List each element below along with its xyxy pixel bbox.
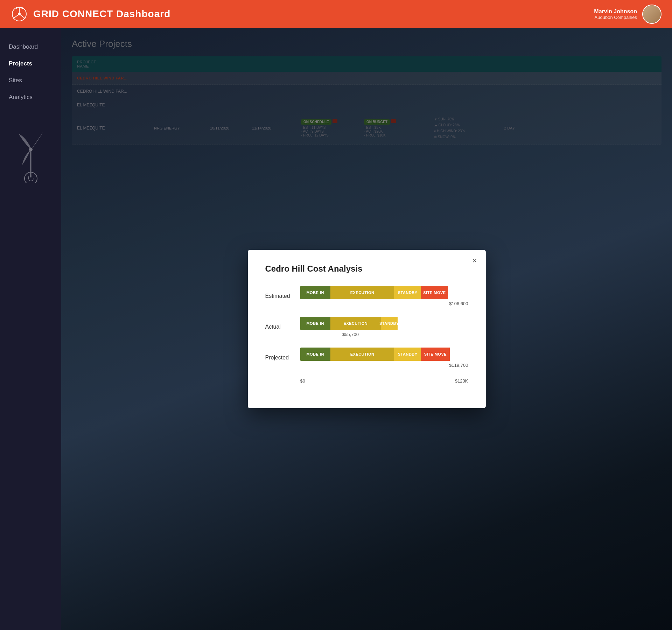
content-area: Active Projects PROJECTNAME CEDRO HILL W…: [61, 28, 672, 630]
segment-standby-actual: STANDBY: [381, 317, 398, 330]
user-info: Marvin Johnson Audubon Companies: [594, 8, 637, 20]
cost-analysis-modal: Cedro Hill Cost Analysis × Estimated MOB…: [248, 250, 486, 408]
modal-title: Cedro Hill Cost Analysis: [265, 264, 468, 274]
bar-area-projected: MOBE IN EXECUTION STANDBY SITE MOVE $119…: [300, 348, 468, 368]
bar-total-actual: $55,700: [300, 332, 401, 337]
header-left: GRID CONNECT Dashboard: [10, 5, 170, 23]
header: GRID CONNECT Dashboard Marvin Johnson Au…: [0, 0, 672, 28]
segment-mobein-actual: MOBE IN: [300, 317, 330, 330]
sidebar-item-dashboard[interactable]: Dashboard: [0, 38, 61, 55]
svg-point-4: [18, 13, 21, 15]
segment-mobein-projected: MOBE IN: [300, 348, 330, 361]
segment-sitemove-estimated: SITE MOVE: [421, 286, 448, 299]
segment-execution-projected: EXECUTION: [330, 348, 394, 361]
x-axis: $0 $120K: [300, 378, 468, 384]
user-name: Marvin Johnson: [594, 8, 637, 15]
svg-point-10: [30, 175, 31, 177]
cost-chart: Estimated MOBE IN EXECUTION STANDBY SITE…: [265, 286, 468, 394]
chart-label-actual: Actual: [265, 324, 300, 330]
avatar: [642, 5, 662, 24]
sidebar-item-sites[interactable]: Sites: [0, 72, 61, 89]
segment-standby-projected: STANDBY: [394, 348, 421, 361]
chart-label-estimated: Estimated: [265, 293, 300, 299]
chart-row-estimated: Estimated MOBE IN EXECUTION STANDBY SITE…: [265, 286, 468, 306]
chart-row-actual: Actual MOBE IN EXECUTION STANDBY $55,700: [265, 317, 468, 337]
bar-estimated: MOBE IN EXECUTION STANDBY SITE MOVE: [300, 286, 468, 299]
main-layout: Dashboard Projects Sites Analytics: [0, 28, 672, 630]
bar-total-estimated: $106,600: [300, 301, 468, 306]
segment-sitemove-projected: SITE MOVE: [421, 348, 450, 361]
segment-execution-estimated: EXECUTION: [330, 286, 394, 299]
user-company: Audubon Companies: [594, 15, 637, 20]
modal-overlay[interactable]: Cedro Hill Cost Analysis × Estimated MOB…: [61, 28, 672, 630]
x-axis-max: $120K: [455, 378, 468, 384]
sidebar: Dashboard Projects Sites Analytics: [0, 28, 61, 630]
logo-icon: [10, 5, 28, 23]
bar-total-projected: $119,700: [300, 363, 468, 368]
segment-mobein-estimated: MOBE IN: [300, 286, 330, 299]
bar-area-estimated: MOBE IN EXECUTION STANDBY SITE MOVE $106…: [300, 286, 468, 306]
header-title: GRID CONNECT Dashboard: [33, 8, 170, 20]
bar-projected: MOBE IN EXECUTION STANDBY SITE MOVE: [300, 348, 468, 361]
sidebar-item-projects[interactable]: Projects: [0, 55, 61, 72]
sidebar-turbine-graphic: [0, 120, 61, 190]
sidebar-item-analytics[interactable]: Analytics: [0, 89, 61, 106]
bar-actual: MOBE IN EXECUTION STANDBY: [300, 317, 468, 330]
avatar-image: [643, 5, 661, 23]
header-right: Marvin Johnson Audubon Companies: [594, 5, 662, 24]
bar-area-actual: MOBE IN EXECUTION STANDBY $55,700: [300, 317, 468, 337]
segment-standby-estimated: STANDBY: [394, 286, 421, 299]
chart-row-projected: Projected MOBE IN EXECUTION STANDBY SITE…: [265, 348, 468, 368]
segment-execution-actual: EXECUTION: [330, 317, 381, 330]
x-axis-min: $0: [300, 378, 305, 384]
chart-label-projected: Projected: [265, 355, 300, 361]
modal-close-button[interactable]: ×: [472, 257, 477, 265]
